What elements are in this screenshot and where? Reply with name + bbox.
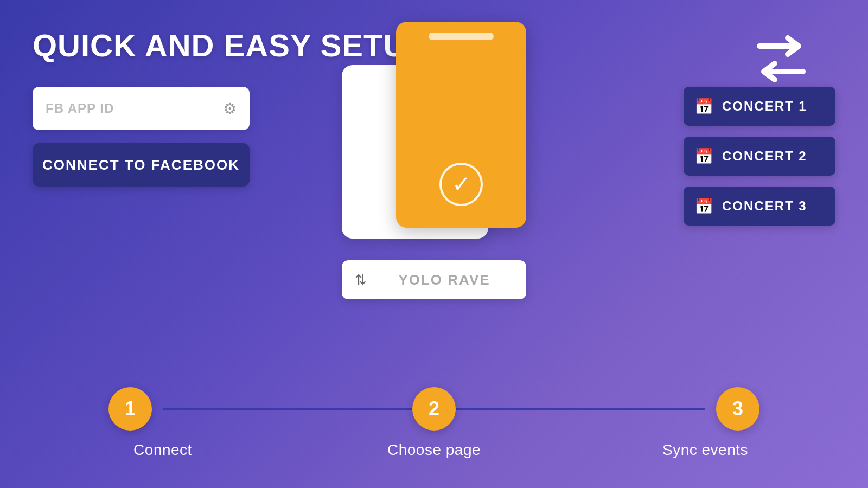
concert-3-button[interactable]: 📅 CONCERT 3: [684, 187, 835, 226]
center-column: ✓ ⇅ YOLO RAVE: [342, 22, 526, 299]
step-1-number: 1: [125, 397, 136, 420]
phone-front: ✓: [396, 22, 526, 228]
step-2-label: Choose page: [380, 441, 488, 459]
step-1-circle: 1: [108, 387, 152, 431]
concert-1-label: CONCERT 1: [722, 99, 807, 114]
concert-2-label: CONCERT 2: [722, 149, 807, 164]
step-2-number: 2: [429, 397, 439, 420]
step-1-label: Connect: [108, 441, 217, 459]
calendar-2-icon: 📅: [694, 147, 713, 165]
check-icon: ✓: [452, 173, 471, 196]
concert-2-button[interactable]: 📅 CONCERT 2: [684, 137, 835, 176]
concert-1-button[interactable]: 📅 CONCERT 1: [684, 87, 835, 126]
step-3-number: 3: [732, 397, 743, 420]
main-container: QUICK AND EASY SETUP FB APP ID ⚙ CONNECT…: [0, 0, 868, 488]
top-section: QUICK AND EASY SETUP FB APP ID ⚙ CONNECT…: [0, 0, 868, 358]
fb-app-id-input[interactable]: FB APP ID ⚙: [33, 87, 250, 130]
step-2-circle: 2: [412, 387, 456, 431]
step-3-label: Sync events: [651, 441, 760, 459]
steps-container: 1 2 3 Connect Choose page Sync events: [33, 387, 835, 459]
check-circle: ✓: [439, 163, 483, 206]
sync-icon-area: [749, 33, 814, 89]
steps-labels-row: Connect Choose page Sync events: [108, 441, 760, 459]
sync-arrows-icon: [749, 33, 814, 87]
bottom-section: 1 2 3 Connect Choose page Sync events: [0, 358, 868, 488]
dropdown-selected-value: YOLO RAVE: [375, 272, 513, 288]
connect-facebook-button[interactable]: CONNECT TO FACEBOOK: [33, 143, 250, 187]
page-dropdown[interactable]: ⇅ YOLO RAVE: [342, 260, 526, 299]
left-column: FB APP ID ⚙ CONNECT TO FACEBOOK: [33, 87, 250, 187]
connect-button-label: CONNECT TO FACEBOOK: [42, 157, 240, 174]
fb-input-placeholder: FB APP ID: [46, 101, 114, 116]
right-column: 📅 CONCERT 1 📅 CONCERT 2 📅 CONCERT 3: [684, 87, 835, 226]
calendar-3-icon: 📅: [694, 197, 713, 215]
steps-line-row: 1 2 3: [108, 387, 760, 431]
concert-3-label: CONCERT 3: [722, 198, 807, 214]
step-3-circle: 3: [716, 387, 760, 431]
calendar-1-icon: 📅: [694, 98, 713, 115]
sort-icon: ⇅: [355, 272, 367, 288]
gear-icon: ⚙: [223, 100, 237, 118]
phone-notch: [429, 33, 494, 40]
phone-stack: ✓: [342, 22, 526, 249]
